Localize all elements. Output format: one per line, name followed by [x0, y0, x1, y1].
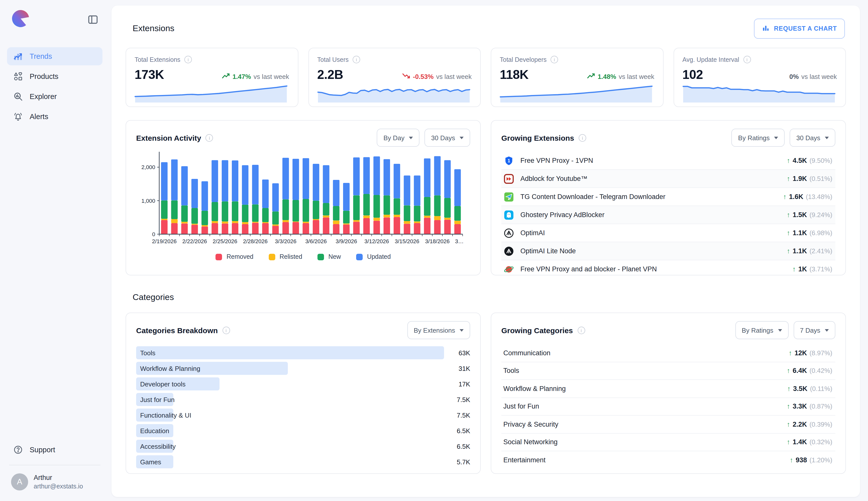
request-chart-button[interactable]: REQUEST A CHART — [754, 19, 845, 39]
legend-swatch-updated — [356, 254, 362, 260]
app-logo-icon — [12, 10, 29, 29]
sidebar-item-products[interactable]: Products — [7, 67, 102, 85]
categories-breakdown-list: Tools 63K Workflow & Planning 31K Develo… — [136, 346, 470, 468]
extension-name: Ghostery Privacy AdBlocker — [520, 211, 605, 218]
list-item[interactable]: Tools ↑6.4K(0.42%) — [501, 362, 835, 380]
info-icon[interactable] — [352, 56, 360, 63]
svg-text:3/9/2026: 3/9/2026 — [336, 238, 357, 244]
sidebar-item-label: Products — [30, 72, 58, 81]
section-title-categories: Categories — [133, 292, 846, 302]
svg-text:2/28/2026: 2/28/2026 — [243, 238, 268, 244]
growing-categories-range-dropdown[interactable]: 7 Days — [793, 321, 835, 339]
chevron-down-icon — [825, 136, 829, 139]
stat-card-avg-update-interval: Avg. Update Interval 102 0% vs last week — [673, 48, 846, 107]
svg-text:1: 1 — [508, 158, 510, 163]
svg-text:0: 0 — [152, 231, 155, 237]
category-bar-row[interactable]: Games 5.7K — [136, 455, 470, 468]
explorer-search-icon — [13, 92, 23, 102]
activity-range-dropdown[interactable]: 30 Days — [425, 129, 470, 147]
support-help-icon — [13, 445, 23, 455]
up-arrow-icon: ↑ — [786, 247, 790, 255]
info-icon[interactable] — [184, 56, 192, 63]
list-item[interactable]: Just for Fun ↑3.3K(0.87%) — [501, 397, 835, 415]
up-arrow-icon: ↑ — [786, 157, 790, 164]
extension-name: Free VPN Proxy and ad blocker - Planet V… — [520, 265, 657, 273]
shield-1vpn-icon: 1 — [503, 155, 514, 166]
growing-categories-mode-dropdown[interactable]: By Ratings — [735, 321, 788, 339]
info-icon[interactable] — [579, 134, 586, 141]
category-bar-row[interactable]: Functionality & UI 7.5K — [136, 408, 470, 422]
legend-swatch-removed — [216, 254, 222, 260]
list-item[interactable]: Entertainment ↑938(1.20%) — [501, 451, 835, 469]
chevron-down-icon — [459, 329, 464, 331]
sidebar-item-explorer[interactable]: Explorer — [7, 87, 102, 106]
products-icon — [13, 71, 23, 82]
sidebar-divider — [9, 465, 100, 465]
svg-text:3…: 3… — [455, 238, 464, 244]
panel-title: Growing Extensions — [501, 134, 574, 142]
svg-text:2,000: 2,000 — [141, 164, 155, 170]
category-bar-row[interactable]: Workflow & Planning 31K — [136, 362, 470, 375]
category-bar-row[interactable]: Tools 63K — [136, 346, 470, 359]
info-icon[interactable] — [743, 56, 751, 63]
up-arrow-icon: ↑ — [786, 211, 790, 218]
adblock-youtube-icon — [503, 173, 514, 184]
alerts-bell-icon — [13, 111, 23, 121]
main-content: Extensions REQUEST A CHART Total Extensi… — [111, 6, 860, 497]
stats-row: Total Extensions 173K 1.47% vs last week — [126, 48, 846, 107]
panel-title: Extension Activity — [136, 134, 201, 142]
category-name: Just for Fun — [503, 403, 539, 410]
list-item[interactable]: OptimAI Lite Node ↑1.1K(2.41%) — [501, 242, 835, 260]
up-arrow-icon: ↑ — [786, 438, 790, 446]
sidebar-nav: Trends Products — [7, 47, 102, 126]
panel-title: Categories Breakdown — [136, 326, 218, 334]
up-arrow-icon: ↑ — [790, 456, 793, 464]
list-item[interactable]: Communication ↑12K(8.97%) — [501, 344, 835, 362]
category-bar-row[interactable]: Accessibility 6.5K — [136, 440, 470, 453]
optimai-icon — [503, 227, 514, 238]
list-item[interactable]: Workflow & Planning ↑3.5K(0.11%) — [501, 380, 835, 397]
planet-vpn-icon — [503, 264, 514, 275]
info-icon[interactable] — [577, 327, 585, 334]
growing-extensions-range-dropdown[interactable]: 30 Days — [790, 129, 835, 147]
category-bar-row[interactable]: Just for Fun 7.5K — [136, 393, 470, 406]
svg-text:3/12/2026: 3/12/2026 — [365, 238, 389, 244]
list-item[interactable]: Ghostery Privacy AdBlocker ↑1.5K(9.24%) — [501, 205, 835, 224]
sparkline — [317, 79, 472, 103]
up-arrow-icon: ↑ — [786, 175, 790, 182]
user-profile[interactable]: A Arthur arthur@exstats.io — [7, 471, 102, 493]
list-item[interactable]: Adblock for Youtube™ ↑1.9K(0.51%) — [501, 169, 835, 188]
list-item[interactable]: Free VPN Proxy and ad blocker - Planet V… — [501, 260, 835, 278]
sidebar-item-trends[interactable]: Trends — [7, 47, 102, 65]
category-bar-row[interactable]: Education 6.5K — [136, 424, 470, 437]
extension-name: OptimAI — [520, 229, 545, 237]
category-name: Privacy & Security — [503, 420, 558, 428]
stat-card-total-users: Total Users 2.2B -0.53% vs last week — [308, 48, 481, 107]
sidebar-collapse-icon[interactable] — [87, 14, 98, 25]
info-icon[interactable] — [206, 134, 213, 141]
info-icon[interactable] — [222, 327, 230, 334]
list-item[interactable]: TG Content Downloader - Telegram Downloa… — [501, 188, 835, 205]
sidebar-item-alerts[interactable]: Alerts — [7, 108, 102, 126]
growing-extensions-mode-dropdown[interactable]: By Ratings — [731, 129, 785, 147]
app-root: Trends Products — [0, 0, 868, 501]
svg-text:3/15/2026: 3/15/2026 — [395, 238, 420, 244]
list-item[interactable]: 1 Free VPN Proxy - 1VPN ↑4.5K(9.50%) — [501, 152, 835, 169]
up-arrow-icon: ↑ — [783, 193, 786, 201]
stat-card-total-extensions: Total Extensions 173K 1.47% vs last week — [126, 48, 298, 107]
svg-text:2/22/2026: 2/22/2026 — [182, 238, 207, 244]
list-item[interactable]: Privacy & Security ↑2.2K(0.39%) — [501, 415, 835, 433]
activity-mode-dropdown[interactable]: By Day — [377, 129, 420, 147]
sidebar-item-support[interactable]: Support — [7, 441, 102, 459]
categories-breakdown-dropdown[interactable]: By Extensions — [407, 321, 470, 339]
list-item[interactable]: OptimAI ↑1.1K(6.98%) — [501, 224, 835, 242]
svg-text:3/3/2026: 3/3/2026 — [275, 238, 297, 244]
up-arrow-icon: ↑ — [786, 420, 790, 428]
stat-label: Avg. Update Interval — [682, 56, 739, 63]
list-item[interactable]: Social Networking ↑1.4K(0.32%) — [501, 433, 835, 451]
category-bar-row[interactable]: Developer tools 17K — [136, 377, 470, 391]
svg-text:3/6/2026: 3/6/2026 — [305, 238, 327, 244]
info-icon[interactable] — [551, 56, 558, 63]
sparkline — [499, 79, 655, 103]
sidebar-item-label: Alerts — [30, 113, 48, 120]
